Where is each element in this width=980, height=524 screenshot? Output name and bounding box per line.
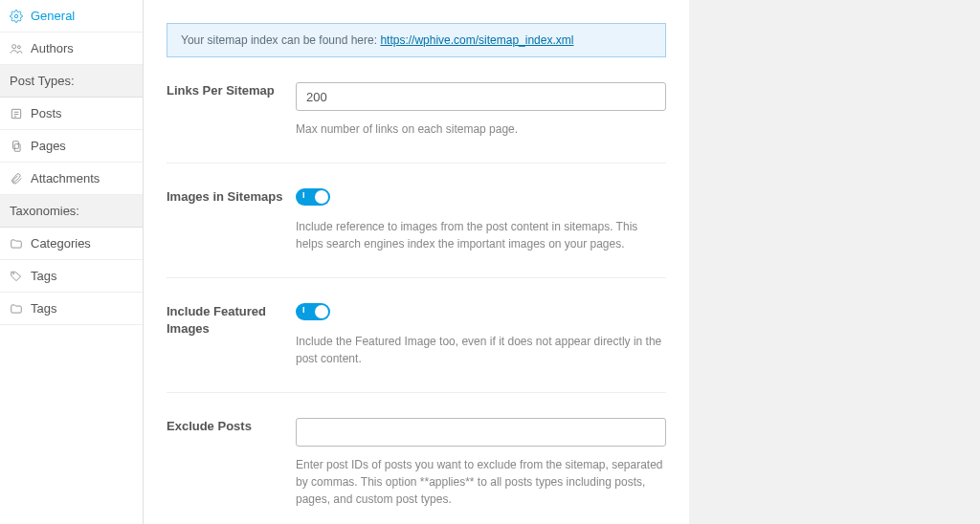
sitemap-notice: Your sitemap index can be found here: ht… (167, 23, 666, 57)
authors-icon (10, 42, 23, 55)
field-label: Images in Sitemaps (167, 188, 296, 252)
sidebar-item-label: Posts (31, 106, 62, 120)
links-per-sitemap-input[interactable] (296, 82, 666, 111)
field-images-in-sitemaps: Images in Sitemaps Include reference to … (167, 188, 666, 278)
sidebar-item-pages[interactable]: Pages (0, 130, 143, 163)
sidebar-item-label: Categories (31, 236, 91, 251)
main-content: Your sitemap index can be found here: ht… (144, 0, 689, 524)
field-links-per-sitemap: Links Per Sitemap Max number of links on… (167, 82, 666, 164)
sidebar-group-taxonomies: Taxonomies: (0, 195, 143, 228)
sidebar-item-label: Attachments (31, 171, 100, 186)
gear-icon (10, 10, 23, 23)
svg-point-2 (17, 45, 20, 48)
folder-icon (10, 237, 23, 251)
sidebar-group-post-types: Post Types: (0, 65, 143, 98)
notice-text: Your sitemap index can be found here: (181, 33, 380, 47)
posts-icon (10, 107, 23, 120)
sidebar-item-authors[interactable]: Authors (0, 33, 143, 65)
exclude-posts-input[interactable] (296, 418, 666, 447)
field-desc: Include reference to images from the pos… (296, 218, 666, 252)
sidebar-item-label: Authors (31, 41, 74, 55)
sidebar-item-posts[interactable]: Posts (0, 98, 143, 130)
folder-icon (10, 302, 23, 316)
sidebar-item-label: General (31, 9, 75, 23)
images-in-sitemaps-toggle[interactable] (296, 188, 330, 206)
sidebar-item-general[interactable]: General (0, 0, 143, 33)
svg-rect-7 (13, 141, 19, 148)
pages-icon (10, 140, 23, 153)
sidebar-item-attachments[interactable]: Attachments (0, 163, 143, 195)
include-featured-toggle[interactable] (296, 303, 330, 320)
svg-rect-8 (14, 143, 20, 151)
sitemap-link[interactable]: https://wphive.com/sitemap_index.xml (380, 33, 573, 47)
sidebar-item-tags[interactable]: Tags (0, 260, 143, 293)
svg-point-0 (14, 14, 18, 18)
attachment-icon (10, 172, 23, 186)
field-desc: Enter post IDs of posts you want to excl… (296, 456, 666, 508)
svg-point-1 (12, 44, 16, 48)
right-gutter (689, 0, 980, 524)
field-include-featured: Include Featured Images Include the Feat… (167, 303, 666, 393)
sidebar-item-label: Tags (31, 301, 56, 316)
field-label: Links Per Sitemap (167, 82, 296, 138)
field-desc: Include the Featured Image too, even if … (296, 333, 666, 367)
sidebar-item-tags-2[interactable]: Tags (0, 293, 143, 325)
sidebar-item-label: Tags (31, 269, 56, 283)
svg-point-9 (13, 273, 14, 273)
sidebar-item-categories[interactable]: Categories (0, 228, 143, 260)
field-label: Include Featured Images (167, 303, 296, 367)
settings-sidebar: General Authors Post Types: Posts Pages (0, 0, 144, 524)
field-desc: Max number of links on each sitemap page… (296, 120, 666, 138)
field-label: Exclude Posts (167, 418, 296, 508)
sidebar-item-label: Pages (31, 139, 66, 153)
tag-icon (10, 270, 23, 283)
field-exclude-posts: Exclude Posts Enter post IDs of posts yo… (167, 418, 666, 524)
